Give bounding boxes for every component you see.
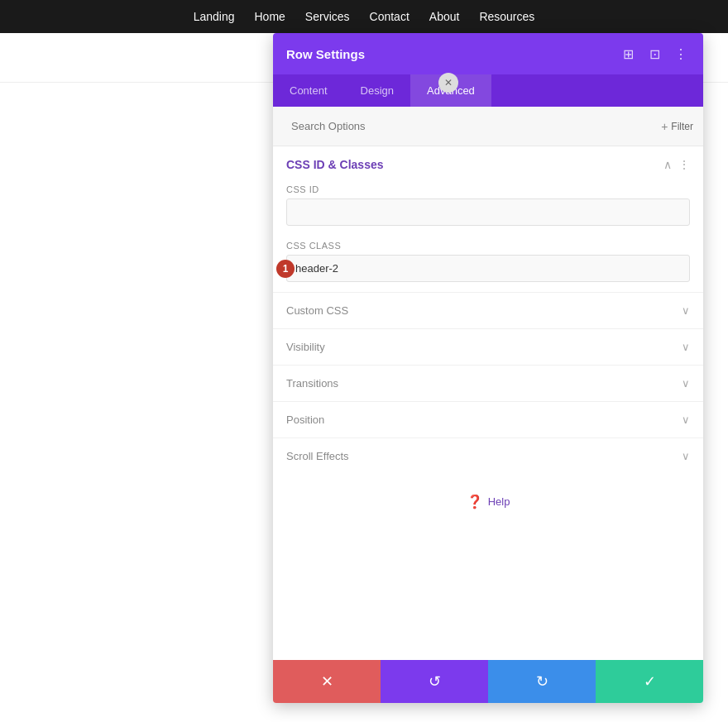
scroll-effects-section[interactable]: Scroll Effects ∨ bbox=[273, 438, 703, 474]
scroll-effects-label: Scroll Effects bbox=[286, 450, 349, 462]
redo-button[interactable]: ↻ bbox=[488, 660, 596, 703]
panel-header: Row Settings ⊞ ⊡ ⋮ bbox=[273, 33, 703, 74]
chevron-down-transitions: ∨ bbox=[682, 377, 690, 390]
section-header-css: CSS ID & Classes ∧ ⋮ bbox=[273, 146, 703, 179]
save-button[interactable]: ✓ bbox=[596, 660, 703, 703]
nav-contact: Contact bbox=[370, 10, 410, 23]
css-class-label: CSS Class bbox=[286, 241, 690, 251]
css-id-input[interactable] bbox=[286, 198, 690, 226]
visibility-section[interactable]: Visibility ∨ bbox=[273, 328, 703, 365]
help-label: Help bbox=[488, 495, 510, 508]
chevron-down-position: ∨ bbox=[682, 414, 690, 426]
section-more-icon[interactable]: ⋮ bbox=[678, 158, 690, 171]
nav-resources: Resources bbox=[479, 10, 534, 23]
custom-css-label: Custom CSS bbox=[286, 304, 348, 317]
css-class-input[interactable] bbox=[286, 255, 690, 282]
undo-icon: ↺ bbox=[429, 672, 441, 691]
website-topbar: Landing Home Services Contact About Reso… bbox=[0, 0, 728, 33]
css-class-field-group: CSS Class 1 bbox=[273, 236, 703, 292]
tab-design[interactable]: Design bbox=[344, 74, 410, 107]
search-bar: + Filter bbox=[273, 107, 703, 146]
nav-landing: Landing bbox=[194, 10, 235, 23]
section-header-controls: ∧ ⋮ bbox=[663, 158, 690, 171]
css-class-badge: 1 bbox=[276, 260, 295, 278]
chevron-down-scroll-effects: ∨ bbox=[682, 450, 690, 462]
help-section[interactable]: ❓ Help bbox=[273, 474, 703, 529]
chevron-down-custom-css: ∨ bbox=[682, 304, 690, 317]
transitions-section[interactable]: Transitions ∨ bbox=[273, 365, 703, 401]
panel-header-icons: ⊞ ⊡ ⋮ bbox=[619, 45, 690, 63]
position-label: Position bbox=[286, 414, 324, 426]
columns-icon[interactable]: ⊡ bbox=[645, 45, 663, 63]
action-bar: ✕ ↺ ↻ ✓ bbox=[273, 660, 703, 703]
panel-tabs: Content Design Advanced bbox=[273, 74, 703, 107]
css-id-field-group: CSS ID bbox=[273, 179, 703, 236]
css-id-label: CSS ID bbox=[286, 184, 690, 194]
transitions-label: Transitions bbox=[286, 377, 338, 390]
custom-css-section[interactable]: Custom CSS ∨ bbox=[273, 292, 703, 328]
chevron-down-visibility: ∨ bbox=[682, 341, 690, 353]
panel-content: CSS ID & Classes ∧ ⋮ CSS ID CSS Class 1 bbox=[273, 146, 703, 660]
redo-icon: ↻ bbox=[536, 672, 548, 691]
panel-title: Row Settings bbox=[286, 47, 365, 61]
save-icon: ✓ bbox=[644, 672, 656, 691]
row-settings-panel: Row Settings ⊞ ⊡ ⋮ Content Design Advanc… bbox=[273, 33, 703, 703]
search-input[interactable] bbox=[283, 113, 661, 139]
nav-home: Home bbox=[255, 10, 285, 23]
panel-close-button[interactable]: ✕ bbox=[438, 73, 458, 93]
help-icon: ❓ bbox=[467, 494, 483, 509]
collapse-icon[interactable]: ∧ bbox=[663, 158, 672, 171]
tab-content[interactable]: Content bbox=[273, 74, 344, 107]
css-section-title: CSS ID & Classes bbox=[286, 158, 384, 171]
filter-label: Filter bbox=[671, 121, 693, 132]
cancel-button[interactable]: ✕ bbox=[273, 660, 381, 703]
responsive-icon[interactable]: ⊞ bbox=[619, 45, 637, 63]
visibility-label: Visibility bbox=[286, 341, 325, 353]
css-id-classes-section: CSS ID & Classes ∧ ⋮ CSS ID CSS Class 1 bbox=[273, 146, 703, 292]
more-options-icon[interactable]: ⋮ bbox=[672, 45, 690, 63]
filter-plus-icon: + bbox=[661, 120, 668, 133]
filter-button[interactable]: + Filter bbox=[661, 120, 693, 133]
cancel-icon: ✕ bbox=[321, 672, 333, 691]
nav-services: Services bbox=[305, 10, 350, 23]
css-class-wrapper: 1 bbox=[286, 255, 690, 282]
nav-about: About bbox=[429, 10, 460, 23]
position-section[interactable]: Position ∨ bbox=[273, 401, 703, 438]
undo-button[interactable]: ↺ bbox=[381, 660, 488, 703]
